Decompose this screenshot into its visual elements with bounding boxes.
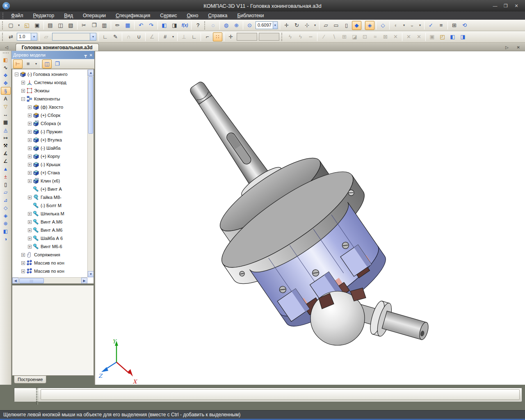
tree-item[interactable]: +Массив по кон [12, 267, 87, 275]
tree-item[interactable]: +(ф) Хвосто [12, 103, 87, 111]
menu-библиотеки[interactable]: Библиотеки [232, 12, 269, 19]
tree-item[interactable]: −(-) Головка хонинго [12, 70, 87, 78]
paste-button[interactable]: ▥ [100, 21, 109, 30]
close-button[interactable]: ✕ [512, 2, 521, 9]
offset-plane-button[interactable]: ▱ [1, 188, 11, 196]
sphere-operation-button[interactable]: ◑ [1, 235, 11, 243]
tree-item[interactable]: +(+) Стака [12, 169, 87, 177]
expander-plus-icon[interactable]: + [21, 253, 25, 257]
tree-item[interactable]: +Винт А.М6 [12, 218, 87, 226]
display-hidden-lines-thin-button[interactable]: ▯ [342, 21, 351, 30]
expander-plus-icon[interactable]: + [28, 130, 32, 134]
context-help-button[interactable]: ? [193, 21, 203, 30]
conditional-marks-button[interactable]: A [1, 95, 11, 103]
surfaces-button[interactable]: ❖ [1, 71, 11, 79]
menu-спецификация[interactable]: Спецификация [111, 12, 155, 19]
display-without-hidden-lines-button[interactable]: ▭ [331, 21, 341, 30]
expander-plus-icon[interactable]: + [28, 138, 32, 142]
perspective-button[interactable]: ◇ [378, 21, 388, 30]
chevron-down-icon[interactable]: ▾ [273, 22, 277, 29]
document-manager-button[interactable]: ▦ [123, 21, 132, 30]
hide-objects-dropdown-icon[interactable]: ▾ [418, 21, 422, 30]
tree-item[interactable]: +(+) Сборк [12, 111, 87, 119]
cursor-step-combo[interactable]: 1.0▾ [17, 33, 37, 41]
reports-button[interactable]: ▦ [1, 118, 11, 126]
parametrize-objects-button[interactable]: ϟ [285, 32, 295, 41]
new-document-dropdown-icon[interactable]: ▾ [16, 21, 21, 30]
zoom-scale-combo[interactable]: 0.6097▾ [256, 21, 278, 29]
middle-plane-button[interactable]: ◇ [1, 204, 11, 212]
display-shaded-wireframe-button[interactable]: ◈ [365, 21, 374, 30]
dimensions-button[interactable]: ↦ [1, 134, 11, 142]
tangent-plane-button[interactable]: ◈ [1, 212, 11, 219]
tree-item[interactable]: +(+) Корпу [12, 152, 87, 160]
expander-plus-icon[interactable]: + [21, 269, 25, 273]
cursor-step-button[interactable]: ⇄ [6, 32, 16, 41]
simplified-display-button[interactable]: ◐ [391, 21, 401, 30]
toolbar-grip[interactable] [2, 21, 4, 30]
3d-viewport[interactable]: Y Z X [95, 51, 525, 385]
open-document-button[interactable]: ◱ [22, 21, 32, 30]
expander-plus-icon[interactable]: + [28, 179, 32, 183]
merge-points-button[interactable]: ∖ [329, 32, 339, 41]
expander-plus-icon[interactable]: + [28, 171, 32, 175]
property-bar-grip[interactable] [36, 388, 38, 404]
expander-plus-icon[interactable]: + [28, 212, 32, 216]
zoom-current-scale-button[interactable]: ⊙ [245, 21, 254, 30]
tab-build[interactable]: Построение [14, 376, 46, 383]
close-panel-icon[interactable]: ✕ [89, 53, 93, 57]
tree-item[interactable]: −Компоненты [12, 95, 87, 103]
document-tab-active[interactable]: Головка хонинговальная.a3d [16, 43, 99, 51]
tree-item[interactable]: +Гайка М8- [12, 193, 87, 201]
menu-редактор[interactable]: Редактор [28, 12, 59, 19]
model-structure-button[interactable]: ⊞ [450, 21, 459, 30]
additional-tree-window-button[interactable]: ❐ [52, 59, 62, 68]
tree-item[interactable]: +Эскизы [12, 87, 87, 95]
contour-constraint-button[interactable]: ⊠ [381, 32, 390, 41]
save-panel-button[interactable]: ▯ [1, 180, 11, 188]
rebuild-model-button[interactable]: ⟲ [460, 21, 469, 30]
model-library-button[interactable]: ≡ [436, 21, 446, 30]
menu-файл[interactable]: Файл [6, 12, 28, 19]
redo-button[interactable]: ↷ [146, 21, 156, 30]
align-points-button[interactable]: ∕ [319, 32, 329, 41]
compact-panel-grip[interactable] [3, 52, 9, 55]
orientation-button[interactable]: ⊹ [302, 21, 312, 30]
tree-item[interactable]: +Клин (х6) [12, 177, 87, 185]
chevron-down-icon[interactable]: ▾ [90, 33, 96, 40]
expander-plus-icon[interactable]: + [21, 81, 25, 84]
show-constraints-button[interactable]: ┅ [306, 32, 315, 41]
arrays-button[interactable]: ✥ [1, 79, 11, 87]
expander-plus-icon[interactable]: + [28, 105, 32, 109]
grid-dropdown-icon[interactable]: ▾ [171, 32, 176, 41]
expander-plus-icon[interactable]: + [28, 228, 32, 232]
tree-item[interactable]: +Сборка (х [12, 119, 87, 128]
menu-окно[interactable]: Окно [182, 12, 203, 19]
frame-selection-button[interactable]: ⊞ [340, 32, 349, 41]
construction-axis-button[interactable]: ⊕ [1, 219, 11, 227]
expander-plus-icon[interactable]: + [28, 146, 32, 150]
cut-button[interactable]: ✂ [79, 21, 89, 30]
copy-properties-button[interactable]: ✏ [113, 21, 122, 30]
snaps-setup-button[interactable]: ∪ [134, 32, 144, 41]
tree-item[interactable]: +Винт А.М6 [12, 226, 87, 234]
expander-plus-icon[interactable]: + [28, 122, 32, 126]
chevron-down-icon[interactable]: ▾ [31, 33, 37, 40]
pin-panel-icon[interactable]: ┳ [84, 53, 87, 57]
tree-vertical-scrollbar[interactable]: ▲ ▼ [87, 70, 94, 277]
menu-сервис[interactable]: Сервис [155, 12, 182, 19]
expander-minus-icon[interactable]: − [15, 73, 18, 76]
scroll-left-icon[interactable]: ◀ [12, 278, 18, 284]
spec-dimension-button[interactable]: ∡ [1, 149, 11, 157]
remember-state-button[interactable]: ∩ [124, 32, 133, 41]
model-shank[interactable] [185, 79, 270, 188]
undo-button[interactable]: ↶ [136, 21, 146, 30]
tree-item[interactable]: +Системы коорд [12, 78, 87, 87]
move-component-button[interactable]: ◧ [448, 32, 457, 41]
toolbar-grip[interactable] [204, 21, 206, 30]
expander-plus-icon[interactable]: + [28, 163, 32, 167]
save-document-button[interactable]: ▣ [32, 21, 42, 30]
copy-button[interactable]: ❐ [89, 21, 99, 30]
new-document-button[interactable]: ▢ [6, 21, 16, 30]
tabs-scroll-right-button[interactable]: ▷ [503, 45, 511, 51]
